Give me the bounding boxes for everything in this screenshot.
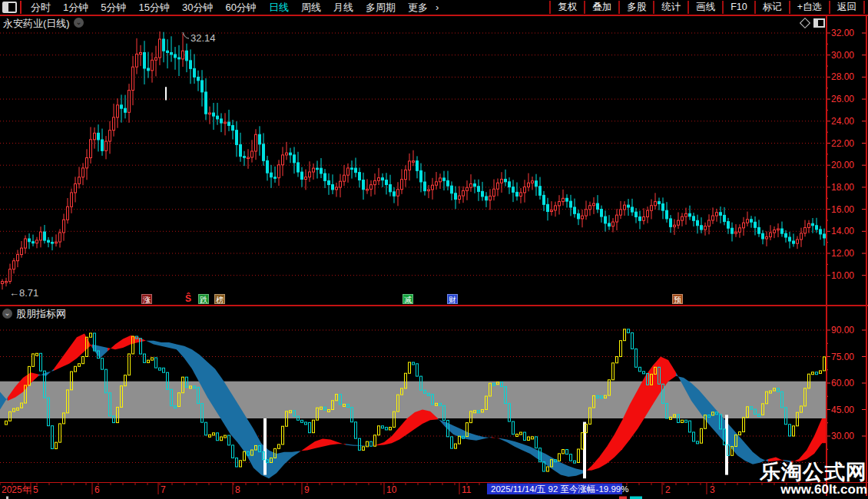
period-menu: 分时1分钟5分钟15分钟30分钟60分钟日线周线月线多周期更多› bbox=[25, 0, 440, 15]
svg-text:7: 7 bbox=[161, 484, 166, 495]
svg-text:18.00: 18.00 bbox=[831, 182, 854, 193]
period-tab-9[interactable]: 多周期 bbox=[359, 1, 402, 15]
svg-text:14.00: 14.00 bbox=[831, 226, 854, 236]
period-tab-7[interactable]: 周线 bbox=[295, 1, 327, 15]
svg-text:5: 5 bbox=[33, 484, 38, 495]
svg-text:11: 11 bbox=[462, 484, 472, 495]
period-tab-0[interactable]: 分时 bbox=[25, 1, 57, 15]
indicator-panel-header: ⌄ 股朋指标网 bbox=[0, 307, 66, 320]
svg-text:8: 8 bbox=[235, 484, 240, 495]
event-marker[interactable]: 榜 bbox=[214, 294, 225, 304]
chevron-down-icon[interactable]: ⌄ bbox=[74, 18, 84, 28]
trading-app-window: 分时1分钟5分钟15分钟30分钟60分钟日线周线月线多周期更多› 复权叠加多股统… bbox=[0, 0, 868, 499]
svg-text:16.00: 16.00 bbox=[831, 204, 854, 215]
period-tab-1[interactable]: 1分钟 bbox=[57, 1, 94, 15]
svg-text:9: 9 bbox=[304, 484, 310, 495]
toolbar-button-3[interactable]: 统计 bbox=[653, 1, 687, 14]
svg-text:32.14: 32.14 bbox=[190, 32, 216, 44]
event-marker[interactable]: 跌 bbox=[198, 294, 209, 304]
svg-text:10: 10 bbox=[386, 484, 397, 495]
svg-text:22.00: 22.00 bbox=[831, 138, 854, 149]
svg-text:75.00: 75.00 bbox=[831, 352, 854, 362]
svg-text:12.00: 12.00 bbox=[831, 248, 854, 259]
toolbar-button-5[interactable]: F10 bbox=[722, 1, 754, 14]
svg-text:28.00: 28.00 bbox=[831, 71, 854, 82]
axis-border-line bbox=[826, 16, 827, 496]
period-tab-10[interactable]: 更多 bbox=[402, 1, 434, 15]
svg-text:3: 3 bbox=[710, 484, 715, 495]
layout-icon[interactable] bbox=[2, 2, 17, 13]
indicator-title: 股朋指标网 bbox=[16, 307, 66, 321]
toolbar-button-1[interactable]: 叠加 bbox=[584, 1, 618, 14]
period-tab-5[interactable]: 60分钟 bbox=[219, 1, 262, 15]
toolbar-button-4[interactable]: 画线 bbox=[687, 1, 722, 14]
panel-separator[interactable] bbox=[0, 305, 868, 306]
event-marker[interactable]: 财 bbox=[447, 294, 458, 304]
toolbar-button-0[interactable]: 复权 bbox=[549, 1, 584, 14]
candlestick-chart[interactable]: 32.0030.0028.0026.0024.0022.0020.0018.00… bbox=[0, 29, 868, 306]
right-border-line bbox=[866, 16, 867, 496]
svg-text:2025/11/14/五 92 至今涨幅-19.99%: 2025/11/14/五 92 至今涨幅-19.99% bbox=[491, 484, 628, 494]
watermark: 乐淘公式网 www.60lt.com bbox=[760, 461, 867, 497]
chart-title-row: 永安药业(日线) ⌄ bbox=[0, 16, 868, 29]
toolbar-button-7[interactable]: +自选 bbox=[789, 1, 829, 14]
period-tab-2[interactable]: 5分钟 bbox=[94, 1, 132, 15]
event-marker[interactable]: 减 bbox=[403, 294, 413, 304]
toolbar-button-8[interactable]: 返回 bbox=[829, 1, 865, 14]
period-tab-4[interactable]: 30分钟 bbox=[176, 1, 219, 15]
split-panel-icon[interactable] bbox=[813, 18, 825, 28]
svg-text:60.00: 60.00 bbox=[831, 378, 854, 388]
svg-text:30.00: 30.00 bbox=[831, 431, 854, 441]
toolbar-button-6[interactable]: 标记 bbox=[754, 1, 789, 14]
svg-text:2: 2 bbox=[665, 484, 671, 495]
toolbar-button-2[interactable]: 多股 bbox=[618, 1, 653, 14]
svg-text:10.00: 10.00 bbox=[831, 270, 854, 281]
top-menu-bar: 分时1分钟5分钟15分钟30分钟60分钟日线周线月线多周期更多› 复权叠加多股统… bbox=[0, 0, 868, 16]
watermark-url: www.60lt.com bbox=[760, 483, 867, 497]
svg-text:24.00: 24.00 bbox=[831, 116, 854, 127]
svg-text:20.00: 20.00 bbox=[831, 160, 854, 170]
more-arrow-icon[interactable]: › bbox=[434, 2, 440, 13]
diamond-icon[interactable] bbox=[800, 18, 810, 28]
svg-text:32.00: 32.00 bbox=[831, 29, 854, 38]
period-tab-3[interactable]: 15分钟 bbox=[132, 1, 175, 15]
svg-text:6: 6 bbox=[94, 484, 100, 495]
svg-text:2025年: 2025年 bbox=[2, 484, 31, 495]
period-tab-8[interactable]: 月线 bbox=[327, 1, 359, 15]
date-axis: 2025年567891011232025/11/14/五 92 至今涨幅-19.… bbox=[0, 482, 868, 499]
svg-text:30.00: 30.00 bbox=[831, 50, 854, 61]
period-tab-6[interactable]: 日线 bbox=[263, 1, 295, 15]
svg-text:90.00: 90.00 bbox=[831, 325, 854, 335]
event-marker[interactable]: Ŝ bbox=[183, 294, 194, 304]
svg-text:45.00: 45.00 bbox=[831, 405, 854, 415]
chevron-down-icon[interactable]: ⌄ bbox=[2, 309, 12, 319]
page-title: 永安药业(日线) bbox=[3, 17, 70, 31]
event-marker[interactable]: 预 bbox=[672, 294, 683, 304]
indicator-chart[interactable]: 90.0075.0060.0045.0030.00 bbox=[0, 321, 868, 482]
watermark-text: 乐淘公式网 bbox=[760, 461, 867, 483]
toolbar-menu: 复权叠加多股统计画线F10标记+自选返回 bbox=[549, 0, 865, 15]
svg-text:←8.71: ←8.71 bbox=[9, 287, 38, 299]
event-marker[interactable]: 涨 bbox=[141, 294, 152, 304]
menu-divider bbox=[20, 1, 22, 14]
svg-text:26.00: 26.00 bbox=[831, 94, 854, 104]
